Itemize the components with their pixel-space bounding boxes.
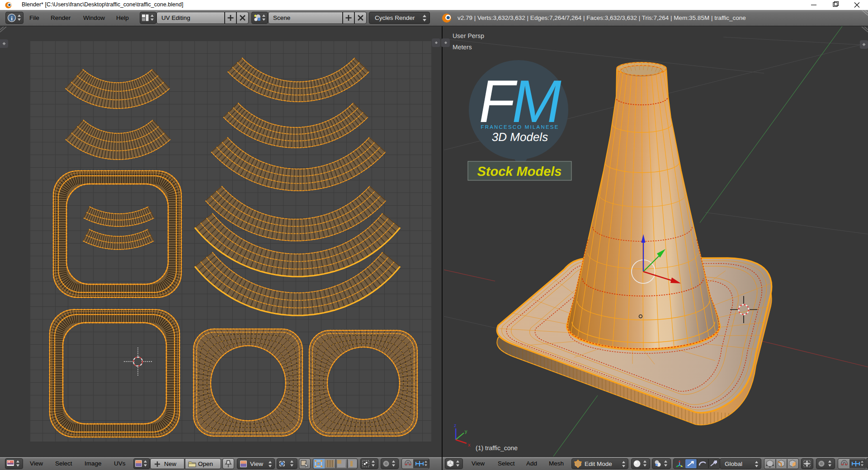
svg-text:3D Models: 3D Models bbox=[492, 130, 548, 144]
svg-text:Meters: Meters bbox=[453, 43, 472, 51]
svg-text:x: x bbox=[468, 442, 471, 448]
svg-text:FRANCESCO MILANESE: FRANCESCO MILANESE bbox=[481, 125, 559, 130]
svg-text:z: z bbox=[454, 423, 457, 428]
svg-text:y: y bbox=[465, 429, 467, 434]
svg-text:(1) traffic_cone: (1) traffic_cone bbox=[476, 444, 518, 451]
svg-text:i: i bbox=[11, 15, 13, 22]
svg-text:User Persp: User Persp bbox=[453, 32, 484, 39]
svg-text:Stock Models: Stock Models bbox=[477, 164, 562, 179]
